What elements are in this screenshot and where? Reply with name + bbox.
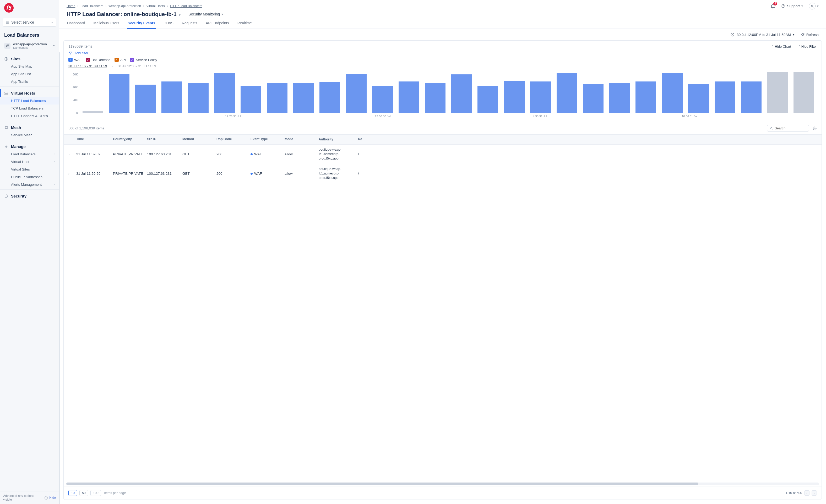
table-row[interactable]: ›31 Jul 11:59:59PRIVATE,PRIVATE100.127.6…: [64, 164, 822, 183]
legend-chip[interactable]: ✓Service Policy: [130, 58, 157, 62]
bar-column[interactable]: [370, 71, 396, 113]
bar-column[interactable]: [633, 71, 659, 113]
tab-requests[interactable]: Requests: [181, 21, 198, 28]
col-time[interactable]: Time: [74, 135, 111, 144]
bar-column[interactable]: [264, 71, 290, 113]
tab-malicious-users[interactable]: Malicious Users: [93, 21, 120, 28]
breadcrumb-home[interactable]: Home: [67, 4, 75, 8]
col-src-ip[interactable]: Src IP: [145, 135, 180, 144]
tab-realtime[interactable]: Realtime: [237, 21, 252, 28]
sidebar-item-manage-virtual-host[interactable]: Virtual Host›: [0, 158, 59, 166]
date-tab-active[interactable]: 30 Jul 11:59 - 31 Jul 11:59: [68, 64, 107, 68]
sidebar-item-manage-alerts[interactable]: Alerts Management›: [0, 181, 59, 188]
tab-ddos[interactable]: DDoS: [163, 21, 174, 28]
bar-column[interactable]: [765, 71, 790, 113]
bar-column[interactable]: [185, 71, 211, 113]
col-country[interactable]: Country,city: [111, 135, 145, 144]
select-service-dropdown[interactable]: Select service ▾: [3, 18, 56, 27]
nav-head-security[interactable]: Security: [0, 192, 59, 200]
sidebar-item-app-traffic[interactable]: App Traffic: [0, 78, 59, 85]
sidebar-item-service-mesh[interactable]: Service Mesh: [0, 131, 59, 139]
support-dropdown[interactable]: Support ▾: [781, 4, 803, 8]
time-range-picker[interactable]: 30 Jul 12:00PM to 31 Jul 11:59AM ▾: [730, 33, 794, 37]
page-size-10[interactable]: 10: [68, 490, 77, 496]
horizontal-scrollbar[interactable]: [66, 483, 819, 485]
bar-column[interactable]: [739, 71, 764, 113]
bar-column[interactable]: [659, 71, 685, 113]
legend-chip[interactable]: ✓Bot Defense: [86, 58, 110, 62]
bar-column[interactable]: [80, 71, 106, 113]
sidebar-item-app-site-map[interactable]: App Site Map: [0, 63, 59, 70]
sidebar-item-app-site-list[interactable]: App Site List: [0, 70, 59, 78]
user-menu[interactable]: ▾: [809, 3, 819, 9]
search-input[interactable]: [775, 126, 806, 130]
bar-column[interactable]: [607, 71, 633, 113]
bar-column[interactable]: [449, 71, 475, 113]
expand-row-button[interactable]: ›: [64, 169, 74, 178]
sidebar-item-manage-virtual-sites[interactable]: Virtual Sites: [0, 166, 59, 173]
tab-dashboard[interactable]: Dashboard: [67, 21, 86, 28]
chevron-down-icon[interactable]: ▾: [179, 13, 181, 16]
bar-column[interactable]: [686, 71, 712, 113]
info-icon[interactable]: i: [45, 496, 48, 500]
search-input-wrapper[interactable]: [767, 125, 809, 132]
bar-column[interactable]: [581, 71, 606, 113]
bar-column[interactable]: [712, 71, 738, 113]
page-size-100[interactable]: 100: [91, 490, 101, 496]
col-rsp-code[interactable]: Rsp Code: [214, 135, 248, 144]
scrollbar-thumb[interactable]: [66, 483, 698, 485]
nav-head-manage[interactable]: Manage: [0, 143, 59, 150]
sidebar-item-http-connect-drps[interactable]: HTTP Connect & DRPs: [0, 112, 59, 120]
breadcrumb-lb[interactable]: Load Balancers: [81, 4, 104, 8]
page-prev-button[interactable]: ‹: [804, 490, 810, 496]
bar-column[interactable]: [343, 71, 369, 113]
breadcrumb-vh[interactable]: Virtual Hosts: [146, 4, 165, 8]
nav-head-sites[interactable]: Sites: [0, 55, 59, 63]
legend-chip[interactable]: ✓API: [115, 58, 126, 62]
page-next-button[interactable]: ›: [812, 490, 817, 496]
tab-security-events[interactable]: Security Events: [127, 21, 156, 29]
bar-column[interactable]: [501, 71, 527, 113]
legend-chip[interactable]: ✓WAF: [68, 58, 81, 62]
col-method[interactable]: Method: [180, 135, 214, 144]
nav-head-virtual-hosts[interactable]: Virtual Hosts: [0, 89, 59, 97]
security-monitoring-dropdown[interactable]: Security Monitoring ▾: [188, 12, 223, 16]
notifications-button[interactable]: 5: [770, 3, 775, 9]
add-filter-button[interactable]: Add filter: [64, 51, 822, 58]
bar-column[interactable]: [106, 71, 132, 113]
sidebar-item-manage-load-balancers[interactable]: Load Balancers›: [0, 150, 59, 158]
breadcrumb-ns[interactable]: webapp-api-protection: [109, 4, 141, 8]
table-row[interactable]: ›31 Jul 11:59:59PRIVATE,PRIVATE100.127.6…: [64, 145, 822, 164]
nav-head-mesh[interactable]: Mesh: [0, 124, 59, 131]
sidebar-item-tcp-load-balancers[interactable]: TCP Load Balancers: [0, 105, 59, 112]
namespace-selector[interactable]: W webapp-api-protection Namespace ▾: [0, 41, 59, 52]
table-settings-button[interactable]: [813, 126, 817, 130]
bar-column[interactable]: [133, 71, 159, 113]
bar-column[interactable]: [212, 71, 238, 113]
hide-chart-button[interactable]: ˄ Hide Chart: [772, 45, 791, 49]
bar-column[interactable]: [475, 71, 501, 113]
date-tab-inactive[interactable]: 30 Jul 12:00 - 31 Jul 11:59: [118, 64, 156, 68]
table-scroll[interactable]: Time Country,city Src IP Method Rsp Code…: [64, 134, 822, 482]
bar-column[interactable]: [396, 71, 422, 113]
refresh-button[interactable]: Refresh: [801, 33, 819, 37]
col-authority[interactable]: Authority: [316, 135, 356, 144]
col-event-type[interactable]: Event Type: [248, 135, 283, 144]
col-re[interactable]: Re: [356, 135, 366, 144]
bar-column[interactable]: [291, 71, 316, 113]
bar-chart[interactable]: 020K40K60K: [68, 71, 817, 113]
bar-column[interactable]: [317, 71, 343, 113]
hide-nav-link[interactable]: Hide: [49, 496, 56, 500]
bar-column[interactable]: [528, 71, 554, 113]
col-mode[interactable]: Mode: [283, 135, 316, 144]
page-size-50[interactable]: 50: [79, 490, 88, 496]
breadcrumb-httplb[interactable]: HTTP Load Balancers: [170, 4, 202, 8]
tab-api-endpoints[interactable]: API Endpoints: [205, 21, 230, 28]
hide-filter-button[interactable]: ˄ Hide Filter: [799, 45, 817, 49]
bar-column[interactable]: [159, 71, 185, 113]
expand-row-button[interactable]: ›: [64, 149, 74, 159]
bar-column[interactable]: [238, 71, 264, 113]
bar-column[interactable]: [554, 71, 580, 113]
nav-scroll[interactable]: Sites App Site Map App Site List App Tra…: [0, 52, 60, 504]
sidebar-item-http-load-balancers[interactable]: HTTP Load Balancers: [0, 97, 59, 105]
